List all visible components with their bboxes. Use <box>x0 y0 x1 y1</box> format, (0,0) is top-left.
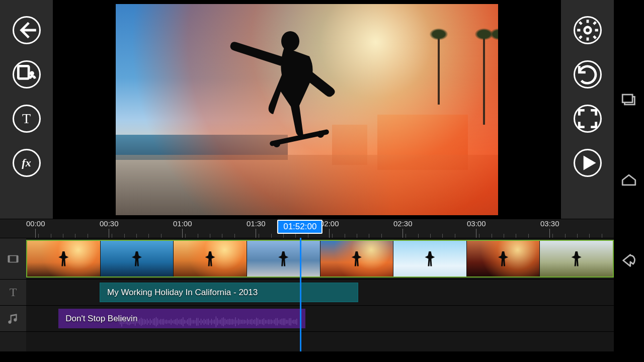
video-thumb[interactable] <box>27 241 101 277</box>
preview-row: T fx <box>0 0 614 219</box>
nav-recent-button[interactable] <box>620 91 637 110</box>
music-note-icon <box>7 312 20 325</box>
audio-track-head[interactable] <box>0 306 26 331</box>
title-clip[interactable]: My Working Holiday In California - 2013 <box>100 283 358 302</box>
media-library-button[interactable] <box>13 60 41 88</box>
svg-rect-0 <box>18 66 29 78</box>
ruler-tick: 01:00 <box>173 219 192 238</box>
toolbar-left: T fx <box>0 0 53 219</box>
audio-clip[interactable]: Don't Stop Believin <box>58 309 305 328</box>
ruler-tick: 01:30 <box>247 219 266 238</box>
nav-home-button[interactable] <box>620 171 637 191</box>
gear-icon <box>575 18 600 43</box>
add-text-button[interactable]: T <box>13 105 41 133</box>
ruler-tick: 02:30 <box>393 219 413 238</box>
video-track <box>0 238 614 279</box>
home-icon <box>620 171 637 189</box>
video-editor-app: T fx <box>0 0 614 362</box>
ruler-tick: 00:30 <box>100 219 119 238</box>
android-navbar <box>614 0 644 362</box>
preview-panel[interactable] <box>53 0 561 219</box>
title-track-head[interactable]: T <box>0 280 26 305</box>
audio-track: Don't Stop Believin <box>0 305 614 331</box>
audio-track-body[interactable]: Don't Stop Believin <box>26 306 614 331</box>
fx-icon: fx <box>22 156 31 169</box>
fullscreen-button[interactable] <box>574 105 602 133</box>
play-button[interactable] <box>574 149 602 177</box>
title-track: T My Working Holiday In California - 201… <box>0 279 614 305</box>
undo-icon <box>575 62 600 87</box>
svg-rect-9 <box>17 255 18 262</box>
video-thumb[interactable] <box>320 241 394 277</box>
video-track-icon <box>7 252 20 265</box>
video-clip-strip[interactable] <box>26 240 614 278</box>
nav-back-button[interactable] <box>620 252 637 271</box>
tracks: T My Working Holiday In California - 201… <box>0 238 614 351</box>
playhead-line[interactable] <box>300 238 301 351</box>
ruler-tick: 02:00 <box>320 219 339 238</box>
text-icon: T <box>22 111 31 127</box>
empty-track-head <box>0 332 26 351</box>
play-icon <box>575 150 600 175</box>
preview-media <box>116 4 498 215</box>
video-thumb[interactable] <box>174 241 247 277</box>
video-thumb[interactable] <box>467 241 540 277</box>
video-thumb[interactable] <box>247 241 320 277</box>
back-button[interactable] <box>13 16 41 44</box>
video-thumb[interactable] <box>101 241 174 277</box>
ruler-tick: 03:30 <box>540 219 559 238</box>
video-thumb[interactable] <box>393 241 467 277</box>
undo-button[interactable] <box>574 60 602 88</box>
toolbar-right <box>561 0 614 219</box>
settings-button[interactable] <box>574 16 602 44</box>
ruler-tick: 03:00 <box>467 219 486 238</box>
empty-track <box>0 331 614 351</box>
svg-point-5 <box>317 131 324 138</box>
tracks-container: T My Working Holiday In California - 201… <box>0 238 614 351</box>
timeline-ruler[interactable]: 00:0000:3001:0001:3002:0002:3003:0003:30… <box>0 219 614 238</box>
title-clip-label: My Working Holiday In California - 2013 <box>107 288 258 298</box>
svg-point-6 <box>584 27 591 34</box>
back-arrow-icon <box>620 252 637 269</box>
ruler-tick: 00:00 <box>26 219 45 238</box>
text-track-icon: T <box>10 286 17 299</box>
effects-button[interactable]: fx <box>13 149 41 177</box>
video-thumb[interactable] <box>540 241 613 277</box>
recent-apps-icon <box>620 91 637 108</box>
video-track-head[interactable] <box>0 238 26 279</box>
svg-point-1 <box>31 72 33 74</box>
title-track-body[interactable]: My Working Holiday In California - 2013 <box>26 280 614 305</box>
svg-point-4 <box>273 140 280 147</box>
svg-rect-131 <box>622 95 632 103</box>
video-track-body[interactable] <box>26 238 614 279</box>
fullscreen-icon <box>575 106 600 131</box>
playhead-timecode[interactable]: 01:52:00 <box>277 220 323 234</box>
waveform-icon <box>119 313 300 328</box>
skateboarder-silhouette <box>209 12 375 165</box>
svg-rect-8 <box>8 255 10 262</box>
